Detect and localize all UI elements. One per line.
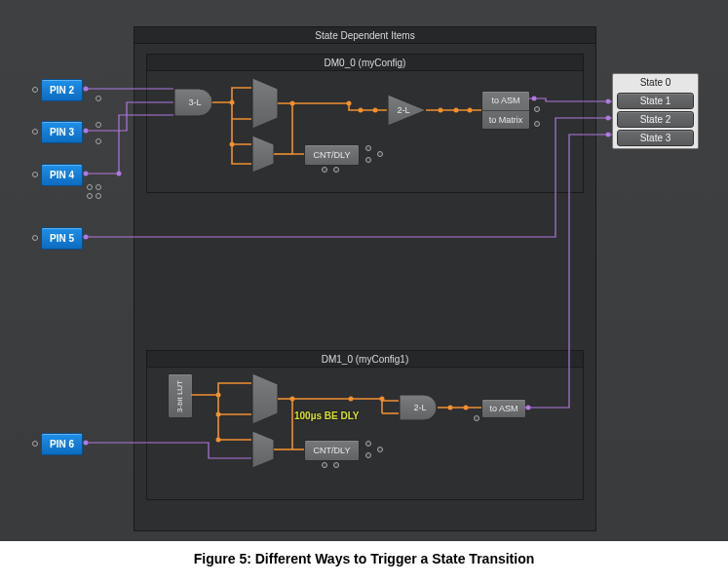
state-3-button[interactable]: State 3 — [617, 130, 694, 146]
cnt-dly-label: CNT/DLY — [314, 150, 351, 160]
pin4-port-b4 — [96, 193, 101, 199]
mux-dm0-top[interactable] — [251, 77, 279, 130]
pin6-port-left — [32, 441, 38, 447]
state-2-button[interactable]: State 2 — [617, 111, 694, 128]
diagram-canvas: State Dependent Items DM0_0 (myConfig) D… — [0, 0, 728, 541]
delay-annotation: 100µs BE DLY — [294, 410, 360, 421]
pin5-port-left — [32, 235, 38, 241]
toasm1-port-bl — [474, 415, 479, 421]
cnt-dly-label-dm1: CNT/DLY — [314, 446, 351, 455]
state-header: State 0 — [613, 74, 698, 91]
state-panel: State 0 State 1 State 2 State 3 — [612, 73, 699, 149]
pin3-port-tr2 — [96, 138, 101, 144]
svg-point-4 — [84, 235, 89, 240]
state-dependent-title: State Dependent Items — [134, 27, 595, 44]
lut-3bit-label: 3-bit LUT — [176, 380, 184, 412]
to-asm-block-dm1[interactable]: to ASM — [481, 399, 526, 418]
svg-point-5 — [606, 116, 611, 121]
pin-3[interactable]: PIN 3 — [41, 121, 83, 143]
cnt-dly-block-dm1[interactable]: CNT/DLY — [304, 440, 360, 461]
asmmx-port-mid — [534, 106, 540, 112]
pin4-port-b2 — [96, 184, 101, 190]
dm1-panel: DM1_0 (myConfig1) — [146, 350, 584, 500]
cntdly0-port-r1 — [365, 145, 371, 151]
buffer-2l-dm0[interactable]: 2-L — [387, 94, 428, 127]
pin3-port-left — [32, 129, 38, 135]
state-1-button[interactable]: State 1 — [617, 93, 694, 109]
cntdly1-port-r1 — [365, 441, 371, 447]
cnt-dly-block-dm0[interactable]: CNT/DLY — [304, 144, 360, 166]
svg-point-3 — [117, 172, 122, 176]
svg-point-1 — [84, 129, 89, 134]
cntdly1-port-b1 — [322, 462, 327, 468]
pin4-port-left — [32, 172, 38, 177]
asmmx-port-bot — [534, 121, 540, 127]
svg-point-7 — [606, 99, 611, 104]
svg-point-2 — [84, 172, 89, 176]
cntdly1-port-r3 — [377, 447, 383, 452]
mux-dm1-bottom[interactable] — [251, 430, 275, 469]
to-asm-label-dm1: to ASM — [489, 404, 517, 413]
pin2-port-left — [32, 87, 38, 93]
svg-point-10 — [84, 441, 89, 446]
figure-caption: Figure 5: Different Ways to Trigger a St… — [0, 541, 728, 584]
to-matrix-label: to Matrix — [482, 111, 529, 130]
dm0-title: DM0_0 (myConfig) — [147, 55, 583, 71]
cntdly0-port-r3 — [377, 151, 383, 157]
pin3-port-tr1 — [96, 122, 101, 128]
cntdly0-port-b2 — [333, 167, 339, 173]
mux-dm0-bottom[interactable] — [251, 135, 275, 174]
svg-point-0 — [84, 87, 89, 92]
pin2-port-tr2 — [96, 96, 101, 101]
pin4-port-b1 — [87, 184, 93, 190]
to-asm-matrix-block[interactable]: to ASM to Matrix — [481, 91, 530, 130]
pin4-port-b3 — [87, 193, 93, 199]
pin-6[interactable]: PIN 6 — [41, 433, 83, 455]
mux-dm1-top[interactable] — [251, 372, 279, 425]
svg-point-9 — [606, 133, 611, 137]
pin-2[interactable]: PIN 2 — [41, 79, 83, 101]
gate-2l-and[interactable]: 2-L — [399, 394, 441, 421]
cntdly1-port-r2 — [365, 452, 371, 458]
cntdly0-port-b1 — [322, 167, 327, 173]
to-asm-label: to ASM — [482, 92, 529, 111]
pin-5[interactable]: PIN 5 — [41, 227, 83, 250]
cntdly1-port-b2 — [333, 462, 339, 468]
lut-3bit-block[interactable]: 3-bit LUT — [168, 373, 193, 418]
pin-4[interactable]: PIN 4 — [41, 164, 83, 186]
gate-3l-and[interactable]: 3-L — [173, 88, 216, 117]
dm1-title: DM1_0 (myConfig1) — [147, 351, 583, 368]
cntdly0-port-r2 — [365, 157, 371, 163]
